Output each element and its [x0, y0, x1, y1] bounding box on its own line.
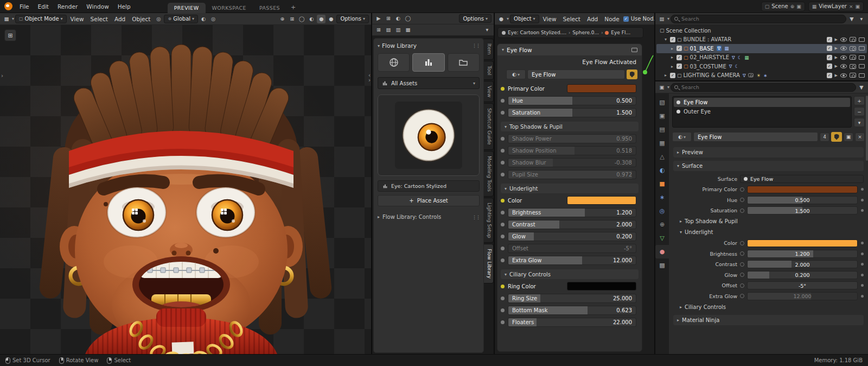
play-icon[interactable]: ▶ [374, 14, 383, 23]
pin-scene-icon[interactable]: ⊕ [790, 4, 795, 9]
shading-rendered-icon[interactable]: ● [327, 15, 335, 23]
decorator-dot[interactable] [501, 173, 505, 176]
breadcrumb-item[interactable]: Sphere.0... [572, 30, 599, 35]
view-mode-1-icon[interactable]: ⊞ [374, 26, 383, 34]
decorator-dot[interactable] [501, 223, 505, 226]
render-camera-icon[interactable] [850, 37, 856, 42]
toolbar-expand-arrow[interactable]: › [1, 73, 3, 79]
animate-dot[interactable] [861, 253, 864, 255]
underlight-color-swatch[interactable] [567, 196, 636, 205]
viewport-menu-view[interactable]: View [68, 16, 87, 22]
asset-name-box[interactable]: Eye: Cartoon Stylized [378, 180, 480, 192]
outliner-search[interactable] [671, 15, 846, 23]
shading-wireframe-icon[interactable]: ◯ [297, 15, 306, 23]
use-nodes-checkbox[interactable]: ✓ Use Nod... [623, 16, 654, 22]
outliner-options-icon[interactable]: ▾ [857, 15, 866, 23]
tab-constraints[interactable]: ⊕ [655, 218, 669, 231]
breadcrumb-item[interactable]: Eye Fl... [611, 30, 630, 35]
decorator-dot[interactable] [501, 199, 505, 203]
hide-eye-icon[interactable] [840, 64, 847, 68]
viewport-disable-icon[interactable] [859, 64, 865, 68]
fake-user-toggle[interactable] [627, 70, 637, 79]
animate-dot[interactable] [861, 284, 864, 287]
viewport-menu-object[interactable]: Object [129, 16, 153, 22]
tab-world[interactable]: ◐ [655, 163, 669, 177]
glow-slider[interactable]: Glow 0.200 [508, 232, 636, 241]
add-workspace-button[interactable]: + [286, 2, 300, 13]
decorator-dot[interactable] [740, 198, 744, 202]
material-slot-outer-eye[interactable]: Outer Eye [674, 107, 850, 116]
outliner-row-01-base[interactable]: ▸ ✓ ▢ 01_BASE ∇ ▦ ✓ ▶ [656, 44, 867, 53]
tab-view-layer[interactable]: ▦ [655, 136, 669, 150]
remove-slot-button[interactable]: − [854, 107, 865, 116]
new-material-button[interactable]: ▣ [844, 132, 853, 142]
slot-specials-button[interactable]: ▾ [854, 118, 865, 127]
render-camera-icon[interactable] [850, 64, 856, 69]
collection-checkbox[interactable]: ✓ [676, 64, 682, 69]
tab-object-data[interactable]: ▽ [655, 231, 669, 245]
hue-slider[interactable]: Hue 0.500 [508, 96, 636, 105]
decorator-dot[interactable] [740, 294, 744, 298]
asset-tab-library[interactable] [412, 53, 444, 72]
decorator-dot[interactable] [740, 273, 744, 277]
outliner-row-bundle-avatar[interactable]: ▾ ✓ ▢ BUNDLE : AVATAR ✓ ▶ [656, 35, 867, 45]
sidebar-tab-view[interactable]: View [484, 81, 494, 102]
decorator-dot[interactable] [501, 308, 505, 312]
viewport-options-dropdown[interactable]: Options ▾ [336, 15, 369, 23]
decorator-dot[interactable] [740, 283, 744, 288]
collapse-icon[interactable]: ▸ [669, 64, 675, 69]
shader-menu-select[interactable]: Select [560, 16, 583, 22]
menu-help[interactable]: Help [113, 0, 135, 13]
decorator-dot[interactable] [501, 137, 505, 141]
offset-field[interactable]: Offset -5° [508, 244, 636, 253]
subsection-top-shadow[interactable]: ▸ Top Shadow & Pupil [680, 217, 864, 226]
contrast-slider[interactable]: 2.000 [747, 260, 858, 268]
primary-color-swatch[interactable] [747, 186, 858, 193]
selectable-icon[interactable]: ▶ [835, 64, 838, 68]
asset-filter-dropdown[interactable]: All Assets ▾ [378, 77, 480, 89]
hide-eye-icon[interactable] [840, 46, 847, 51]
editor-type-icon[interactable]: ● [497, 15, 506, 23]
orientation-dropdown[interactable]: ⊕ Global ▾ [164, 15, 198, 23]
pupil-size-slider[interactable]: Pupil Size 0.972 [508, 170, 636, 179]
decorator-dot[interactable] [740, 251, 744, 256]
sidebar-tab-tool[interactable]: Tool [484, 61, 494, 80]
animate-dot[interactable] [861, 209, 864, 212]
animate-dot[interactable] [861, 242, 864, 244]
material-slot-eye-flow[interactable]: Eye Flow [674, 98, 850, 107]
surface-shader-button[interactable]: Eye Flow [740, 175, 864, 183]
shadow-power-slider[interactable]: Shadow Power 0.950 [508, 134, 636, 143]
viewport-menu-add[interactable]: Add [112, 16, 128, 22]
collapse-icon[interactable]: ▸ [663, 73, 668, 78]
collection-checkbox[interactable]: ✓ [676, 46, 682, 51]
sidebar-tab-modeling-tools[interactable]: Modeling Tools [484, 151, 494, 197]
sidebar-tab-flow-library[interactable]: Flow Library [484, 244, 494, 283]
viewport-menu-select[interactable]: Select [88, 16, 111, 22]
brightness-slider[interactable]: 1.200 [747, 250, 858, 258]
outliner-row-02-hairstyle[interactable]: ▸ ✓ ▢ 02_HAIRSTYLE ∇ ☾ ▦ ✓ ▶ [656, 53, 867, 62]
viewport-disable-icon[interactable] [859, 37, 865, 42]
extra-glow-slider[interactable]: 12.000 [747, 292, 858, 300]
exclude-checkbox[interactable]: ✓ [827, 73, 832, 78]
glow-slider[interactable]: 0.200 [747, 271, 858, 279]
collection-checkbox[interactable]: ✓ [670, 37, 675, 42]
view-mode-4-icon[interactable]: ▦ [404, 26, 412, 34]
selectable-icon[interactable]: ▶ [835, 46, 838, 51]
decorator-dot[interactable] [501, 161, 505, 165]
asset-tab-online[interactable] [378, 53, 410, 72]
hue-slider[interactable]: 0.500 [747, 196, 858, 204]
asset-tab-folder[interactable] [448, 53, 480, 72]
exclude-checkbox[interactable]: ✓ [827, 64, 832, 69]
section-ciliary-controls[interactable]: ▾ Ciliary Controls [501, 269, 639, 279]
new-scene-icon[interactable]: ▣ [796, 4, 801, 9]
viewport-disable-icon[interactable] [859, 73, 865, 78]
subsection-ciliary-controls[interactable]: ▸ Ciliary Controls [680, 302, 864, 312]
section-surface[interactable]: ▾ Surface [673, 161, 864, 171]
sidebar-tab-lighting-setup[interactable]: Lighting Setup [484, 198, 494, 243]
show-gizmo-icon[interactable]: ⊕ [278, 15, 286, 23]
outliner-row-scene-collection[interactable]: ▢ Scene Collection [656, 26, 867, 35]
exclude-checkbox[interactable]: ✓ [827, 55, 832, 60]
workspace-tab-passes[interactable]: PASSES [253, 3, 286, 13]
decorator-dot[interactable] [501, 111, 505, 115]
exclude-checkbox[interactable]: ✓ [827, 37, 832, 42]
